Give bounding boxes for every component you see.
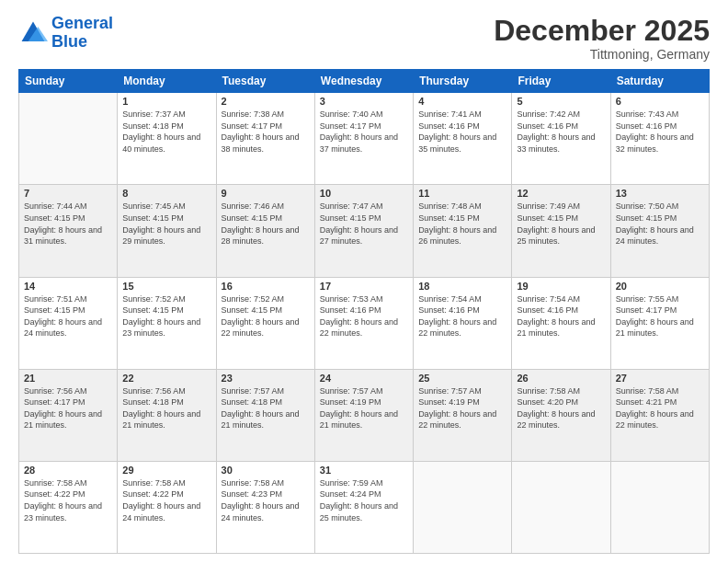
top-section: General Blue December 2025 Tittmoning, G…: [18, 15, 710, 62]
day-info: Sunrise: 7:56 AMSunset: 4:17 PMDaylight:…: [24, 385, 112, 431]
day-info: Sunrise: 7:44 AMSunset: 4:15 PMDaylight:…: [24, 201, 112, 247]
day-number: 15: [122, 281, 210, 292]
day-info: Sunrise: 7:42 AMSunset: 4:16 PMDaylight:…: [517, 109, 605, 155]
day-number: 7: [24, 188, 112, 199]
table-row: 27Sunrise: 7:58 AMSunset: 4:21 PMDayligh…: [610, 369, 709, 461]
day-number: 25: [418, 373, 506, 384]
day-info: Sunrise: 7:58 AMSunset: 4:20 PMDaylight:…: [517, 385, 605, 431]
calendar: Sunday Monday Tuesday Wednesday Thursday…: [18, 69, 710, 554]
day-info: Sunrise: 7:58 AMSunset: 4:22 PMDaylight:…: [24, 477, 112, 523]
page: General Blue December 2025 Tittmoning, G…: [0, 0, 728, 563]
day-number: 14: [24, 281, 112, 292]
day-info: Sunrise: 7:52 AMSunset: 4:15 PMDaylight:…: [122, 293, 210, 339]
table-row: 14Sunrise: 7:51 AMSunset: 4:15 PMDayligh…: [19, 277, 118, 369]
day-number: 27: [616, 373, 704, 384]
table-row: 3Sunrise: 7:40 AMSunset: 4:17 PMDaylight…: [314, 93, 413, 185]
table-row: 25Sunrise: 7:57 AMSunset: 4:19 PMDayligh…: [414, 369, 512, 461]
header-saturday: Saturday: [610, 70, 709, 93]
day-info: Sunrise: 7:54 AMSunset: 4:16 PMDaylight:…: [517, 293, 605, 339]
logo-line1: General: [51, 14, 113, 32]
day-info: Sunrise: 7:52 AMSunset: 4:15 PMDaylight:…: [222, 293, 310, 339]
day-info: Sunrise: 7:45 AMSunset: 4:15 PMDaylight:…: [122, 201, 210, 247]
day-number: 5: [517, 96, 605, 107]
table-row: 30Sunrise: 7:58 AMSunset: 4:23 PMDayligh…: [216, 461, 314, 553]
table-row: [610, 461, 709, 553]
calendar-week-row: 1Sunrise: 7:37 AMSunset: 4:18 PMDaylight…: [19, 93, 710, 185]
table-row: 20Sunrise: 7:55 AMSunset: 4:17 PMDayligh…: [610, 277, 709, 369]
day-number: 8: [122, 188, 210, 199]
table-row: 31Sunrise: 7:59 AMSunset: 4:24 PMDayligh…: [314, 461, 413, 553]
table-row: 23Sunrise: 7:57 AMSunset: 4:18 PMDayligh…: [216, 369, 314, 461]
table-row: 24Sunrise: 7:57 AMSunset: 4:19 PMDayligh…: [314, 369, 413, 461]
day-number: 12: [517, 188, 605, 199]
table-row: 10Sunrise: 7:47 AMSunset: 4:15 PMDayligh…: [314, 185, 413, 277]
day-info: Sunrise: 7:48 AMSunset: 4:15 PMDaylight:…: [418, 201, 506, 247]
header-monday: Monday: [118, 70, 216, 93]
logo: General Blue: [18, 15, 113, 52]
day-info: Sunrise: 7:51 AMSunset: 4:15 PMDaylight:…: [24, 293, 112, 339]
day-info: Sunrise: 7:58 AMSunset: 4:22 PMDaylight:…: [122, 477, 210, 523]
day-info: Sunrise: 7:56 AMSunset: 4:18 PMDaylight:…: [122, 385, 210, 431]
day-info: Sunrise: 7:55 AMSunset: 4:17 PMDaylight:…: [616, 293, 704, 339]
table-row: 16Sunrise: 7:52 AMSunset: 4:15 PMDayligh…: [216, 277, 314, 369]
table-row: 1Sunrise: 7:37 AMSunset: 4:18 PMDaylight…: [118, 93, 216, 185]
table-row: 9Sunrise: 7:46 AMSunset: 4:15 PMDaylight…: [216, 185, 314, 277]
day-info: Sunrise: 7:57 AMSunset: 4:19 PMDaylight:…: [320, 385, 408, 431]
table-row: 2Sunrise: 7:38 AMSunset: 4:17 PMDaylight…: [216, 93, 314, 185]
day-number: 29: [122, 465, 210, 476]
table-row: 17Sunrise: 7:53 AMSunset: 4:16 PMDayligh…: [314, 277, 413, 369]
table-row: 26Sunrise: 7:58 AMSunset: 4:20 PMDayligh…: [512, 369, 610, 461]
calendar-week-row: 7Sunrise: 7:44 AMSunset: 4:15 PMDaylight…: [19, 185, 710, 277]
table-row: 29Sunrise: 7:58 AMSunset: 4:22 PMDayligh…: [118, 461, 216, 553]
header-friday: Friday: [512, 70, 610, 93]
day-info: Sunrise: 7:41 AMSunset: 4:16 PMDaylight:…: [418, 109, 506, 155]
table-row: 15Sunrise: 7:52 AMSunset: 4:15 PMDayligh…: [118, 277, 216, 369]
table-row: 21Sunrise: 7:56 AMSunset: 4:17 PMDayligh…: [19, 369, 118, 461]
day-info: Sunrise: 7:49 AMSunset: 4:15 PMDaylight:…: [517, 201, 605, 247]
day-info: Sunrise: 7:50 AMSunset: 4:15 PMDaylight:…: [616, 201, 704, 247]
day-info: Sunrise: 7:57 AMSunset: 4:18 PMDaylight:…: [222, 385, 310, 431]
header-thursday: Thursday: [414, 70, 512, 93]
table-row: [512, 461, 610, 553]
header-tuesday: Tuesday: [216, 70, 314, 93]
day-number: 21: [24, 373, 112, 384]
day-number: 23: [222, 373, 310, 384]
table-row: 18Sunrise: 7:54 AMSunset: 4:16 PMDayligh…: [414, 277, 512, 369]
table-row: 28Sunrise: 7:58 AMSunset: 4:22 PMDayligh…: [19, 461, 118, 553]
day-info: Sunrise: 7:57 AMSunset: 4:19 PMDaylight:…: [418, 385, 506, 431]
day-info: Sunrise: 7:40 AMSunset: 4:17 PMDaylight:…: [320, 109, 408, 155]
day-info: Sunrise: 7:58 AMSunset: 4:23 PMDaylight:…: [222, 477, 310, 523]
day-number: 28: [24, 465, 112, 476]
calendar-week-row: 28Sunrise: 7:58 AMSunset: 4:22 PMDayligh…: [19, 461, 710, 553]
day-number: 2: [222, 96, 310, 107]
day-number: 10: [320, 188, 408, 199]
table-row: [414, 461, 512, 553]
day-info: Sunrise: 7:58 AMSunset: 4:21 PMDaylight:…: [616, 385, 704, 431]
day-info: Sunrise: 7:59 AMSunset: 4:24 PMDaylight:…: [320, 477, 408, 523]
logo-text: General Blue: [51, 15, 113, 52]
day-number: 30: [222, 465, 310, 476]
day-number: 22: [122, 373, 210, 384]
day-number: 13: [616, 188, 704, 199]
day-number: 6: [616, 96, 704, 107]
calendar-week-row: 14Sunrise: 7:51 AMSunset: 4:15 PMDayligh…: [19, 277, 710, 369]
day-info: Sunrise: 7:37 AMSunset: 4:18 PMDaylight:…: [122, 109, 210, 155]
day-info: Sunrise: 7:46 AMSunset: 4:15 PMDaylight:…: [222, 201, 310, 247]
table-row: [19, 93, 118, 185]
table-row: 4Sunrise: 7:41 AMSunset: 4:16 PMDaylight…: [414, 93, 512, 185]
day-info: Sunrise: 7:47 AMSunset: 4:15 PMDaylight:…: [320, 201, 408, 247]
day-info: Sunrise: 7:53 AMSunset: 4:16 PMDaylight:…: [320, 293, 408, 339]
calendar-week-row: 21Sunrise: 7:56 AMSunset: 4:17 PMDayligh…: [19, 369, 710, 461]
month-title: December 2025: [494, 15, 710, 47]
day-info: Sunrise: 7:54 AMSunset: 4:16 PMDaylight:…: [418, 293, 506, 339]
table-row: 8Sunrise: 7:45 AMSunset: 4:15 PMDaylight…: [118, 185, 216, 277]
day-number: 17: [320, 281, 408, 292]
logo-icon: [18, 18, 48, 48]
table-row: 6Sunrise: 7:43 AMSunset: 4:16 PMDaylight…: [610, 93, 709, 185]
title-section: December 2025 Tittmoning, Germany: [494, 15, 710, 62]
table-row: 5Sunrise: 7:42 AMSunset: 4:16 PMDaylight…: [512, 93, 610, 185]
table-row: 12Sunrise: 7:49 AMSunset: 4:15 PMDayligh…: [512, 185, 610, 277]
table-row: 19Sunrise: 7:54 AMSunset: 4:16 PMDayligh…: [512, 277, 610, 369]
day-info: Sunrise: 7:38 AMSunset: 4:17 PMDaylight:…: [222, 109, 310, 155]
day-number: 16: [222, 281, 310, 292]
